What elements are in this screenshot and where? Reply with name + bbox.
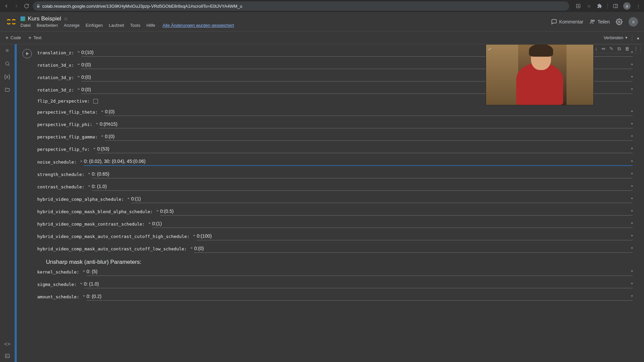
svg-point-7 bbox=[5, 62, 8, 65]
more-icon[interactable]: ⋮ bbox=[634, 46, 638, 52]
notebook-title[interactable]: Kurs Beispiel bbox=[28, 15, 61, 22]
share-button[interactable]: Teilen bbox=[589, 19, 610, 25]
add-text-button[interactable]: +Text bbox=[25, 34, 45, 42]
field-contrast-schedule: contrast_schedule: " " bbox=[37, 183, 633, 191]
star-icon[interactable]: ☆ bbox=[64, 16, 68, 21]
settings-button[interactable] bbox=[616, 18, 623, 25]
svg-point-5 bbox=[593, 20, 595, 21]
input-hybrid-mask-contrast-schedule[interactable] bbox=[152, 220, 633, 228]
svg-line-8 bbox=[8, 65, 9, 66]
toc-icon[interactable]: ≡ bbox=[6, 48, 9, 54]
field-perspective-flip-fv: perspective_flip_fv: " " bbox=[37, 145, 633, 153]
sidepanel-icon[interactable] bbox=[612, 3, 619, 9]
gear-icon bbox=[616, 18, 623, 25]
menu-bar: Datei Bearbeiten Anzeige Einfügen Laufze… bbox=[20, 23, 547, 28]
field-sigma-schedule: sigma_schedule: " " bbox=[37, 281, 633, 288]
code-snippets-icon[interactable]: <> bbox=[4, 341, 10, 347]
input-hybrid-mask-blend-alpha-schedule[interactable] bbox=[160, 208, 633, 216]
lock-icon bbox=[36, 4, 40, 8]
play-icon bbox=[26, 52, 29, 55]
run-cell-button[interactable] bbox=[22, 49, 32, 58]
url-text: colab.research.google.com/drive/13G9KHyM… bbox=[42, 4, 242, 9]
divider bbox=[632, 35, 632, 41]
input-strength-schedule[interactable] bbox=[92, 171, 633, 178]
input-amount-schedule[interactable] bbox=[87, 293, 633, 301]
input-perspective-flip-theta[interactable] bbox=[105, 108, 633, 116]
share-icon bbox=[589, 19, 595, 25]
input-sigma-schedule[interactable] bbox=[84, 281, 633, 288]
field-hybrid-mask-blend-alpha-schedule: hybrid_video_comp_mask_blend_alpha_sched… bbox=[37, 208, 633, 216]
bookmark-star-icon[interactable]: ☆ bbox=[586, 3, 592, 9]
field-hybrid-mask-auto-contrast-high-schedule: hybrid_video_comp_mask_auto_contrast_cut… bbox=[37, 233, 633, 240]
expand-icon: ⤢ bbox=[488, 47, 491, 51]
field-amount-schedule: amount_schedule: " " bbox=[37, 293, 633, 301]
field-kernel-schedule: kernel_schedule: " " bbox=[37, 268, 633, 276]
colab-logo-icon[interactable] bbox=[6, 19, 16, 24]
notebook-content[interactable]: ↑ ↓ ⇔ ✎ ⧉ 🗑 ⋮ translation_z: " " bbox=[15, 44, 644, 362]
menu-dots-icon[interactable]: ⋮ bbox=[635, 3, 641, 9]
comment-button[interactable]: Kommentar bbox=[551, 19, 583, 25]
chrome-actions: ☆ a ⋮ bbox=[575, 2, 641, 10]
forward-button[interactable] bbox=[13, 2, 20, 10]
input-hybrid-mask-auto-contrast-high-schedule[interactable] bbox=[197, 233, 633, 240]
drive-icon bbox=[20, 16, 25, 21]
menu-anzeige[interactable]: Anzeige bbox=[64, 23, 79, 28]
field-hybrid-mask-auto-contrast-low-schedule: hybrid_video_comp_mask_auto_contrast_cut… bbox=[37, 245, 633, 253]
section-header-unsharp: Unsharp mask (anti-blur) Parameters: bbox=[46, 259, 632, 265]
input-perspective-flip-phi[interactable] bbox=[100, 121, 633, 128]
save-status[interactable]: Alle Änderungen wurden gespeichert bbox=[162, 23, 234, 28]
field-noise-schedule: noise_schedule: " " bbox=[37, 158, 633, 166]
menu-laufzeit[interactable]: Laufzeit bbox=[109, 23, 124, 28]
input-hybrid-alpha-schedule[interactable] bbox=[131, 195, 633, 203]
webcam-overlay: ⤢ bbox=[486, 44, 594, 105]
menu-hilfe[interactable]: Hilfe bbox=[146, 23, 155, 28]
field-perspective-flip-phi: perspective_flip_phi: " " bbox=[37, 121, 633, 128]
expand-toolbar-icon[interactable]: ▲ bbox=[636, 36, 640, 40]
user-avatar[interactable]: a bbox=[629, 17, 638, 26]
search-icon[interactable] bbox=[5, 61, 10, 66]
files-icon[interactable] bbox=[5, 87, 10, 93]
input-hybrid-mask-auto-contrast-low-schedule[interactable] bbox=[194, 245, 633, 253]
colab-header: Kurs Beispiel ☆ Datei Bearbeiten Anzeige… bbox=[0, 12, 644, 32]
field-perspective-flip-gamma: perspective_flip_gamma: " " bbox=[37, 133, 633, 141]
connect-button[interactable]: Verbinden ▼ bbox=[604, 35, 628, 40]
field-strength-schedule: strength_schedule: " " bbox=[37, 171, 633, 178]
field-hybrid-alpha-schedule: hybrid_video_comp_alpha_schedule: " " bbox=[37, 195, 633, 203]
svg-point-4 bbox=[591, 20, 593, 21]
input-perspective-flip-gamma[interactable] bbox=[105, 133, 633, 141]
field-hybrid-mask-contrast-schedule: hybrid_video_comp_mask_contrast_schedule… bbox=[37, 220, 633, 228]
install-icon[interactable] bbox=[575, 3, 581, 9]
terminal-icon[interactable] bbox=[5, 353, 10, 359]
extensions-icon[interactable] bbox=[597, 3, 603, 9]
svg-rect-9 bbox=[5, 354, 9, 358]
notebook-toolbar: +Code +Text Verbinden ▼ ▲ bbox=[0, 32, 644, 44]
svg-rect-2 bbox=[613, 4, 618, 8]
input-perspective-flip-fv[interactable] bbox=[97, 145, 633, 153]
field-perspective-flip-theta: perspective_flip_theta: " " bbox=[37, 108, 633, 116]
back-button[interactable] bbox=[3, 2, 10, 10]
svg-point-6 bbox=[619, 21, 620, 22]
menu-tools[interactable]: Tools bbox=[130, 23, 140, 28]
reload-button[interactable] bbox=[23, 2, 30, 10]
menu-einfuegen[interactable]: Einfügen bbox=[86, 23, 103, 28]
menu-datei[interactable]: Datei bbox=[20, 23, 31, 28]
separator-icon bbox=[607, 3, 608, 9]
browser-chrome: colab.research.google.com/drive/13G9KHyM… bbox=[0, 0, 644, 12]
comment-icon bbox=[551, 19, 557, 25]
profile-avatar[interactable]: a bbox=[623, 2, 631, 10]
url-bar[interactable]: colab.research.google.com/drive/13G9KHyM… bbox=[33, 1, 569, 11]
menu-bearbeiten[interactable]: Bearbeiten bbox=[37, 23, 58, 28]
add-code-button[interactable]: +Code bbox=[2, 34, 24, 42]
checkbox-flip-2d-perspective[interactable] bbox=[93, 99, 98, 104]
input-kernel-schedule[interactable] bbox=[87, 268, 633, 276]
input-noise-schedule[interactable] bbox=[84, 158, 633, 166]
chevron-down-icon: ▼ bbox=[625, 36, 628, 40]
input-contrast-schedule[interactable] bbox=[92, 183, 633, 191]
variables-icon[interactable]: {x} bbox=[4, 74, 10, 80]
left-sidebar: ≡ {x} <> bbox=[0, 44, 15, 362]
